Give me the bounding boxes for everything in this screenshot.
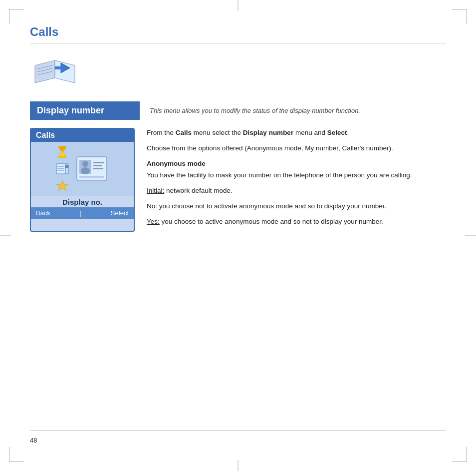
phone-screen-body xyxy=(31,142,134,196)
display-number-text: Display number xyxy=(243,129,293,136)
svg-marker-17 xyxy=(56,180,68,191)
select-button-label: Select xyxy=(111,209,129,217)
section-header: Display number xyxy=(30,101,140,120)
phone-screen: Calls xyxy=(30,128,135,232)
anon-mode-desc: You have the facility to mask your numbe… xyxy=(147,170,446,181)
page-number: 48 xyxy=(30,437,37,444)
svg-rect-13 xyxy=(65,165,68,168)
svg-rect-24 xyxy=(93,168,103,169)
phone-screen-label: Display no. xyxy=(31,196,134,207)
icon-area xyxy=(30,51,446,91)
svg-marker-10 xyxy=(58,147,66,152)
phone-screen-footer: Back | Select xyxy=(31,207,134,219)
corner-bl xyxy=(9,447,24,462)
intro-paragraph: From the Calls menu select the Display n… xyxy=(147,128,446,138)
cross-right xyxy=(465,235,476,236)
initial-label: Initial: xyxy=(147,187,164,194)
svg-point-20 xyxy=(82,161,88,167)
svg-rect-23 xyxy=(93,165,102,166)
select-text: Select xyxy=(327,129,347,136)
cross-top xyxy=(238,0,238,11)
svg-marker-1 xyxy=(55,60,75,83)
bottom-line xyxy=(30,431,446,431)
calls-text: Calls xyxy=(176,129,192,136)
corner-tl xyxy=(9,9,24,24)
svg-rect-25 xyxy=(79,176,104,178)
svg-rect-22 xyxy=(93,162,104,163)
hourglass-icon xyxy=(55,145,69,159)
page-content: Calls Display number This menu allows yo… xyxy=(30,25,446,446)
text-content: From the Calls menu select the Display n… xyxy=(147,128,446,232)
section-header-row: Display number This menu allows you to m… xyxy=(30,101,446,120)
initial-paragraph: Initial: network default mode. xyxy=(147,186,446,196)
initial-text: network default mode. xyxy=(164,187,233,194)
calls-icon xyxy=(30,53,80,90)
svg-point-21 xyxy=(81,167,90,174)
main-content: Calls xyxy=(30,128,446,232)
svg-rect-8 xyxy=(58,157,66,158)
corner-br xyxy=(452,447,467,462)
anon-mode-title: Anonymous mode xyxy=(147,159,446,169)
phone-screen-title: Calls xyxy=(31,129,134,142)
star-icon xyxy=(55,179,69,193)
no-paragraph: No: you choose not to activate anonymous… xyxy=(147,201,446,212)
page-title: Calls xyxy=(30,25,446,43)
no-label: No: xyxy=(147,202,157,210)
back-button-label: Back xyxy=(36,209,50,217)
svg-rect-3 xyxy=(55,66,62,69)
no-text: you choose not to activate anonymous mod… xyxy=(157,202,386,210)
yes-paragraph: Yes: you choose to active anonymous mode… xyxy=(147,217,446,227)
cross-bottom xyxy=(238,460,238,471)
svg-rect-7 xyxy=(58,146,66,147)
list-icon xyxy=(55,162,69,176)
yes-label: Yes: xyxy=(147,218,160,225)
cross-left xyxy=(0,235,11,236)
section-description: This menu allows you to modify the statu… xyxy=(150,107,446,114)
choose-paragraph: Choose from the options offered (Anonymo… xyxy=(147,143,446,154)
svg-rect-11 xyxy=(56,164,65,174)
yes-text: you choose to active anonymous mode and … xyxy=(160,218,383,225)
id-card-icon xyxy=(74,153,109,185)
corner-tr xyxy=(452,9,467,24)
